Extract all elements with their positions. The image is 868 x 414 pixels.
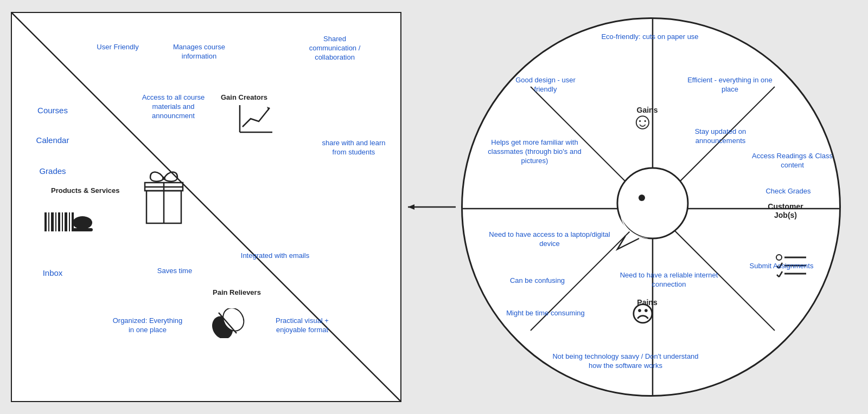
grades-text: Grades — [34, 166, 72, 177]
reliable-internet-text: Need to have a reliable internet connect… — [615, 271, 723, 289]
inbox-text: Inbox — [34, 268, 72, 279]
svg-point-30 — [639, 195, 645, 201]
calendar-text: Calendar — [28, 135, 77, 146]
tray-icon — [71, 216, 95, 237]
svg-line-0 — [12, 13, 400, 401]
svg-point-13 — [73, 216, 92, 229]
svg-point-15 — [162, 177, 165, 180]
svg-rect-11 — [69, 212, 70, 231]
svg-rect-14 — [73, 228, 93, 231]
gift-icon — [137, 167, 191, 229]
pain-relievers-label: Pain Relievers — [213, 288, 261, 296]
check-grades-text: Check Grades — [753, 187, 824, 196]
access-readings-text: Access Readings & Class content — [750, 152, 834, 170]
barcode-icon — [44, 212, 74, 236]
submit-assignments-text: Submit Assignments — [739, 262, 824, 271]
user-friendly-text: User Friendly — [96, 43, 139, 52]
pill-icon — [210, 308, 245, 340]
integrated-text: Integrated with emails — [240, 251, 310, 261]
person-head-icon — [609, 160, 696, 260]
svg-rect-4 — [44, 212, 47, 231]
right-circle-container: ☺ ☹ Gains Pains — [456, 12, 846, 402]
helps-get-more-text: Helps get more familiar with classmates … — [484, 138, 585, 166]
customer-jobs-label: Customer Job(s) — [758, 202, 813, 219]
svg-rect-8 — [58, 212, 60, 231]
svg-rect-7 — [55, 212, 56, 231]
share-with-text: share with and learn from students — [318, 139, 389, 157]
svg-rect-5 — [48, 212, 49, 231]
gains-label: Gains — [626, 106, 669, 114]
circle-main: ☺ ☹ Gains Pains — [461, 17, 841, 397]
svg-marker-24 — [408, 204, 414, 210]
shared-comm-text: Shared communication / collaboration — [299, 35, 370, 62]
svg-line-37 — [779, 271, 782, 277]
courses-text: Courses — [31, 105, 74, 116]
time-consuming-text: Might be time consuming — [503, 309, 588, 318]
svg-rect-9 — [62, 212, 63, 231]
svg-point-31 — [776, 255, 782, 260]
efficient-text: Efficient - everything in one place — [680, 76, 780, 94]
gain-creators-label: Gain Creators — [221, 93, 267, 101]
manages-course-text: Manages course information — [167, 43, 232, 61]
svg-rect-10 — [65, 212, 67, 231]
svg-point-29 — [617, 168, 688, 238]
pains-label: Pains — [626, 298, 669, 307]
organized-text: Organized: Everything in one place — [112, 316, 183, 335]
good-design-text: Good design - user friendly — [503, 76, 588, 94]
arrow-container — [401, 202, 456, 212]
arrow-svg — [401, 202, 456, 212]
practical-visual-text: Practical visual + enjoyable format — [261, 316, 343, 335]
saves-time-text: Saves time — [148, 267, 202, 276]
not-tech-savvy-text: Not being technology saavy / Don't under… — [547, 352, 704, 371]
access-to-all-text: Access to all course materials and annou… — [134, 93, 213, 121]
diagonal-svg — [12, 13, 400, 401]
chart-icon — [237, 102, 275, 137]
eco-friendly-text: Eco-friendly: cuts on paper use — [596, 33, 704, 42]
svg-rect-6 — [51, 212, 54, 231]
products-services-label: Products & Services — [51, 186, 119, 195]
left-square: User Friendly Manages course information… — [11, 12, 401, 402]
main-container: User Friendly Manages course information… — [11, 7, 857, 407]
need-access-text: Need to have access to a laptop/digital … — [487, 230, 612, 249]
stay-updated-text: Stay updated on announcements — [674, 127, 767, 146]
confusing-text: Can be confusing — [498, 276, 577, 286]
